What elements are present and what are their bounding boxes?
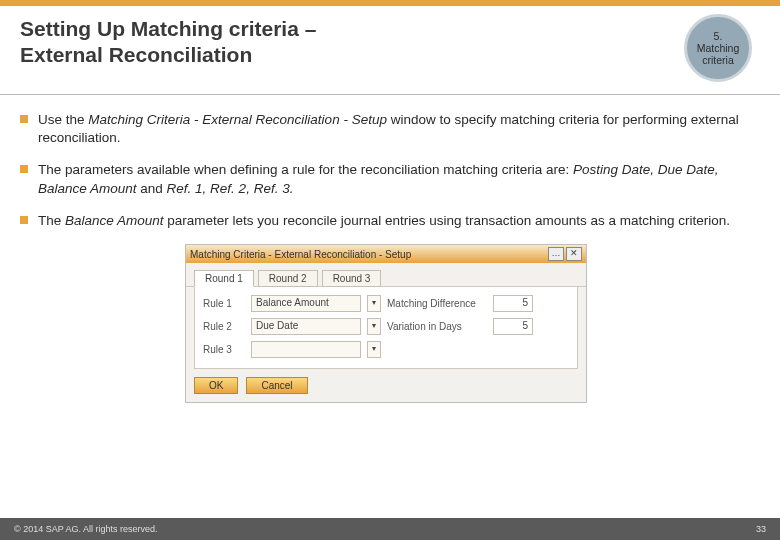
bullet-icon	[20, 115, 28, 123]
rule-3-select[interactable]	[251, 341, 361, 358]
badge-line-2: criteria	[702, 54, 734, 66]
bullet-1: Use the Matching Criteria - External Rec…	[20, 111, 752, 147]
tab-round-1[interactable]: Round 1	[194, 270, 254, 287]
mock-setup-window: Matching Criteria - External Reconciliat…	[185, 244, 587, 403]
slide-title: Setting Up Matching criteria – External …	[20, 16, 684, 69]
rule-2-param-label: Variation in Days	[387, 321, 487, 332]
close-button[interactable]: ✕	[566, 247, 582, 261]
title-line-2: External Reconciliation	[20, 43, 252, 66]
t: and	[137, 181, 167, 196]
slide-header: Setting Up Matching criteria – External …	[0, 6, 780, 95]
window-tabs: Round 1 Round 2 Round 3	[186, 263, 586, 287]
rule-1-param-label: Matching Difference	[387, 298, 487, 309]
t: Balance Amount	[65, 213, 164, 228]
t: Ref. 1, Ref. 2, Ref. 3.	[167, 181, 294, 196]
step-badge: 5. Matching criteria	[684, 14, 752, 82]
title-line-1: Setting Up Matching criteria –	[20, 17, 316, 40]
dropdown-icon[interactable]: ▾	[367, 341, 381, 358]
rule-1-label: Rule 1	[203, 298, 245, 309]
cancel-button[interactable]: Cancel	[246, 377, 307, 394]
copyright-text: © 2014 SAP AG. All rights reserved.	[14, 524, 756, 534]
rule-3-label: Rule 3	[203, 344, 245, 355]
t: The	[38, 213, 65, 228]
t: Matching Criteria - External Reconciliat…	[88, 112, 387, 127]
minimize-button[interactable]: …	[548, 247, 564, 261]
tab-round-2[interactable]: Round 2	[258, 270, 318, 287]
bullet-icon	[20, 165, 28, 173]
bullet-1-text: Use the Matching Criteria - External Rec…	[38, 111, 752, 147]
badge-line-1: Matching	[697, 42, 740, 54]
window-body: Rule 1 Balance Amount ▾ Matching Differe…	[194, 287, 578, 369]
tab-round-3[interactable]: Round 3	[322, 270, 382, 287]
t: The parameters available when defining a…	[38, 162, 573, 177]
rule-1-param-value[interactable]: 5	[493, 295, 533, 312]
window-footer: OK Cancel	[186, 369, 586, 402]
ok-button[interactable]: OK	[194, 377, 238, 394]
dropdown-icon[interactable]: ▾	[367, 295, 381, 312]
bullet-2: The parameters available when defining a…	[20, 161, 752, 197]
badge-number: 5.	[714, 30, 723, 42]
page-number: 33	[756, 524, 766, 534]
rule-2-label: Rule 2	[203, 321, 245, 332]
bullet-icon	[20, 216, 28, 224]
slide-body: Use the Matching Criteria - External Rec…	[0, 95, 780, 403]
t: Use the	[38, 112, 88, 127]
t: parameter lets you reconcile journal ent…	[164, 213, 731, 228]
window-titlebar: Matching Criteria - External Reconciliat…	[186, 245, 586, 263]
rule-2-param-value[interactable]: 5	[493, 318, 533, 335]
dropdown-icon[interactable]: ▾	[367, 318, 381, 335]
slide-footer: © 2014 SAP AG. All rights reserved. 33	[0, 518, 780, 540]
bullet-2-text: The parameters available when defining a…	[38, 161, 752, 197]
bullet-3: The Balance Amount parameter lets you re…	[20, 212, 752, 230]
bullet-3-text: The Balance Amount parameter lets you re…	[38, 212, 752, 230]
rule-2-select[interactable]: Due Date	[251, 318, 361, 335]
rule-1-select[interactable]: Balance Amount	[251, 295, 361, 312]
rules-grid: Rule 1 Balance Amount ▾ Matching Differe…	[203, 295, 569, 358]
window-title: Matching Criteria - External Reconciliat…	[190, 249, 548, 260]
window-controls: … ✕	[548, 247, 582, 261]
